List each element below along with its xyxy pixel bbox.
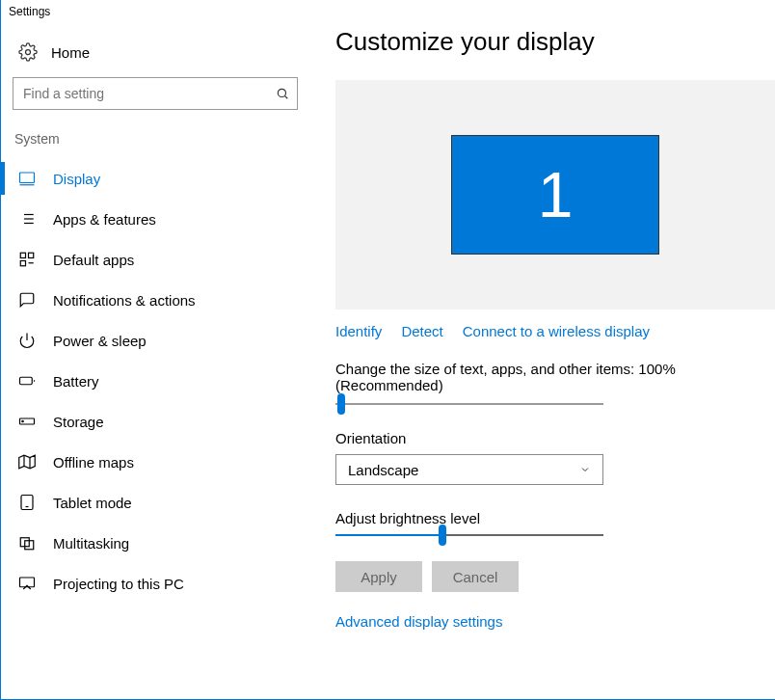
monitor-tile-1[interactable]: 1 xyxy=(451,135,659,255)
sidebar-item-label: Projecting to this PC xyxy=(53,576,184,592)
svg-marker-20 xyxy=(19,455,36,469)
sidebar-item-label: Multitasking xyxy=(53,535,129,552)
scale-slider[interactable] xyxy=(335,403,603,405)
battery-icon xyxy=(18,372,36,390)
window-title: Settings xyxy=(1,0,775,23)
sidebar-item-apps-features[interactable]: Apps & features xyxy=(1,199,307,239)
group-label-system: System xyxy=(13,127,307,158)
main-content: Customize your display 1 Identify Detect… xyxy=(307,23,775,699)
storage-icon xyxy=(18,413,36,430)
sidebar-item-label: Power & sleep xyxy=(53,333,147,349)
slider-thumb[interactable] xyxy=(337,393,345,415)
defaults-icon xyxy=(18,251,36,268)
orientation-value: Landscape xyxy=(348,462,418,478)
search-input[interactable] xyxy=(13,77,298,110)
cancel-button[interactable]: Cancel xyxy=(432,561,519,592)
sidebar-item-label: Storage xyxy=(53,414,104,430)
slider-fill xyxy=(335,534,442,536)
sidebar-item-default-apps[interactable]: Default apps xyxy=(1,239,307,280)
page-title: Customize your display xyxy=(335,27,775,57)
sidebar: Home System Display Apps & features Defa… xyxy=(1,23,307,699)
svg-point-0 xyxy=(26,50,31,55)
sidebar-item-battery[interactable]: Battery xyxy=(1,361,307,401)
multitask-icon xyxy=(18,534,36,552)
orientation-label: Orientation xyxy=(335,430,775,446)
brightness-slider[interactable] xyxy=(335,534,603,536)
orientation-select[interactable]: Landscape xyxy=(335,454,603,485)
search-icon xyxy=(276,87,289,100)
advanced-display-link[interactable]: Advanced display settings xyxy=(335,613,502,630)
display-preview: 1 xyxy=(335,80,775,310)
sidebar-item-projecting[interactable]: Projecting to this PC xyxy=(1,563,307,604)
sidebar-item-multitasking[interactable]: Multitasking xyxy=(1,523,307,563)
svg-rect-23 xyxy=(21,496,33,510)
slider-thumb[interactable] xyxy=(439,525,446,546)
sidebar-item-label: Battery xyxy=(53,373,99,390)
project-icon xyxy=(18,575,36,592)
list-icon xyxy=(18,210,36,228)
svg-rect-12 xyxy=(29,253,34,257)
sidebar-item-display[interactable]: Display xyxy=(1,158,307,199)
home-label: Home xyxy=(51,44,90,61)
sidebar-item-label: Offline maps xyxy=(53,454,134,471)
svg-line-2 xyxy=(284,95,287,98)
chevron-down-icon xyxy=(579,464,591,475)
sidebar-item-label: Tablet mode xyxy=(53,495,132,511)
svg-rect-11 xyxy=(20,253,25,257)
connect-wireless-link[interactable]: Connect to a wireless display xyxy=(463,323,650,339)
message-icon xyxy=(18,291,36,309)
gear-icon xyxy=(18,42,38,62)
svg-point-1 xyxy=(278,89,285,96)
sidebar-item-storage[interactable]: Storage xyxy=(1,401,307,442)
sidebar-item-notifications[interactable]: Notifications & actions xyxy=(1,280,307,320)
svg-rect-3 xyxy=(20,173,35,183)
apply-button[interactable]: Apply xyxy=(335,561,422,592)
tablet-icon xyxy=(18,494,36,511)
sidebar-item-label: Display xyxy=(53,171,100,187)
detect-link[interactable]: Detect xyxy=(401,323,442,339)
sidebar-item-power-sleep[interactable]: Power & sleep xyxy=(1,320,307,361)
sidebar-item-label: Default apps xyxy=(53,252,134,268)
home-nav[interactable]: Home xyxy=(13,33,307,77)
scale-label: Change the size of text, apps, and other… xyxy=(335,361,775,393)
power-icon xyxy=(18,332,36,349)
sidebar-item-tablet-mode[interactable]: Tablet mode xyxy=(1,482,307,523)
sidebar-item-offline-maps[interactable]: Offline maps xyxy=(1,442,307,482)
sidebar-item-label: Notifications & actions xyxy=(53,292,196,309)
map-icon xyxy=(18,453,36,471)
sidebar-item-label: Apps & features xyxy=(53,211,156,228)
identify-link[interactable]: Identify xyxy=(335,323,382,339)
monitor-icon xyxy=(18,170,36,187)
brightness-label: Adjust brightness level xyxy=(335,510,775,526)
svg-rect-16 xyxy=(20,377,33,385)
svg-rect-13 xyxy=(20,261,25,266)
svg-point-19 xyxy=(22,420,24,422)
